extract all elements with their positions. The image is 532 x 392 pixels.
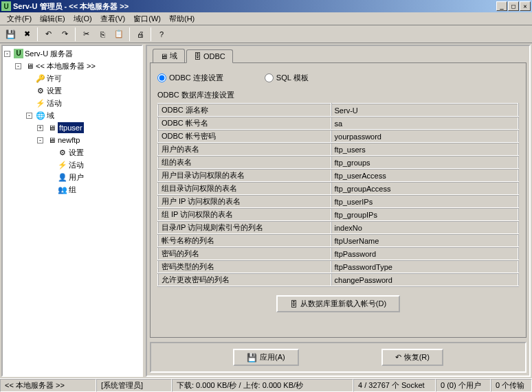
property-row: 用户的表名ftp_users — [158, 143, 518, 156]
monitor-icon — [25, 61, 34, 71]
user-icon — [58, 172, 67, 182]
property-value[interactable]: changePassword — [331, 273, 518, 286]
toolbar-delete-icon[interactable]: ✖ — [19, 27, 34, 42]
tab-odbc[interactable]: ODBC — [186, 49, 233, 63]
property-row: 用户 IP 访问权限的表名ftp_userIPs — [158, 195, 518, 208]
menu-window[interactable]: 窗口(W) — [129, 13, 165, 25]
gear-icon — [36, 86, 45, 95]
property-value[interactable]: indexNo — [331, 221, 518, 234]
property-value[interactable]: ftp_userIPs — [331, 195, 518, 208]
toolbar-help-icon[interactable]: ? — [154, 27, 169, 42]
app-icon: U — [1, 1, 11, 11]
expander-icon[interactable]: - — [26, 113, 32, 119]
property-value[interactable]: ftpUserName — [331, 234, 518, 247]
property-key[interactable]: 组 IP 访问权限的表名 — [158, 208, 331, 221]
property-value[interactable]: ftp_users — [331, 143, 518, 156]
monitor-icon — [47, 123, 56, 132]
property-key[interactable]: 组的表名 — [158, 156, 331, 169]
save-icon — [247, 353, 257, 362]
tree-domains[interactable]: 域 — [47, 110, 54, 121]
property-row: 密码类型的列名ftpPasswordType — [158, 260, 518, 273]
property-value[interactable]: ftp_groups — [331, 156, 518, 169]
menu-file[interactable]: 文件(F) — [3, 13, 36, 25]
server-tree[interactable]: -Serv-U 服务器 -<< 本地服务器 >> 许可 设置 活动 -域 — [4, 47, 140, 196]
property-key[interactable]: 帐号名称的列名 — [158, 234, 331, 247]
tree-local[interactable]: << 本地服务器 >> — [36, 60, 96, 71]
expander-icon[interactable]: - — [4, 51, 10, 57]
database-icon — [290, 300, 298, 308]
tree-d2-activity[interactable]: 活动 — [69, 159, 84, 170]
property-key[interactable]: ODBC 帐号密码 — [158, 130, 331, 143]
property-row: 用户目录访问权限的表名ftp_userAccess — [158, 169, 518, 182]
toolbar-paste-icon[interactable]: 📋 — [111, 27, 126, 42]
apply-button[interactable]: 应用(A) — [233, 349, 299, 366]
property-row: ODBC 帐号名sa — [158, 117, 518, 130]
menu-view[interactable]: 查看(V) — [96, 13, 130, 25]
property-value[interactable]: Serv-U — [331, 104, 518, 117]
property-value[interactable]: ftpPassword — [331, 247, 518, 260]
close-button[interactable]: ✕ — [520, 1, 531, 11]
title-bar: U Serv-U 管理员 - << 本地服务器 >> _ □ ✕ — [0, 0, 532, 12]
property-row: 帐号名称的列名ftpUserName — [158, 234, 518, 247]
bolt-icon — [36, 98, 45, 108]
property-key[interactable]: 密码类型的列名 — [158, 260, 331, 273]
property-key[interactable]: 用户 IP 访问权限的表名 — [158, 195, 331, 208]
property-key[interactable]: 目录/IP 访问规则索引号的列名 — [158, 221, 331, 234]
property-row: 密码的列名ftpPassword — [158, 247, 518, 260]
property-value[interactable]: yourpassword — [331, 130, 518, 143]
tree-perm[interactable]: 许可 — [47, 73, 62, 84]
tab-domain[interactable]: 域 — [153, 49, 185, 62]
tree-newftp[interactable]: newftp — [58, 135, 80, 146]
tree-pane: -Serv-U 服务器 -<< 本地服务器 >> 许可 设置 活动 -域 — [1, 45, 143, 377]
property-value[interactable]: ftp_groupAccess — [331, 182, 518, 195]
menu-help[interactable]: 帮助(H) — [165, 13, 199, 25]
property-value[interactable]: ftp_groupIPs — [331, 208, 518, 221]
tree-activity[interactable]: 活动 — [47, 97, 62, 108]
expander-icon[interactable]: - — [37, 137, 43, 143]
tree-d2-groups[interactable]: 组 — [69, 184, 76, 195]
right-pane: 域 ODBC ODBC 连接设置 SQL 模板 ODBC 数据库连接设置 ODB… — [146, 45, 531, 377]
tree-d2-settings[interactable]: 设置 — [69, 147, 84, 158]
tree-root[interactable]: Serv-U 服务器 — [25, 48, 73, 59]
property-row: 组目录访问权限的表名ftp_groupAccess — [158, 182, 518, 195]
toolbar-redo-icon[interactable]: ↷ — [57, 27, 72, 42]
status-bar: << 本地服务器 >> [系统管理员] 下载: 0.000 KB/秒 / 上传:… — [0, 378, 532, 392]
property-key[interactable]: 允许更改密码的列名 — [158, 273, 331, 286]
radio-sql[interactable]: SQL 模板 — [265, 73, 309, 83]
status-sockets: 4 / 32767 个 Socket — [353, 379, 436, 392]
tree-ftpuser[interactable]: ftpuser — [58, 122, 84, 133]
minimize-button[interactable]: _ — [496, 1, 507, 11]
property-value[interactable]: ftp_userAccess — [331, 169, 518, 182]
toolbar-cut-icon[interactable]: ✂ — [78, 27, 93, 42]
property-row: 组 IP 访问权限的表名ftp_groupIPs — [158, 208, 518, 221]
reload-button[interactable]: 从数据库重新载入帐号(D) — [276, 295, 400, 312]
expander-icon[interactable]: - — [15, 63, 21, 69]
property-value[interactable]: ftpPasswordType — [331, 260, 518, 273]
property-row: 目录/IP 访问规则索引号的列名indexNo — [158, 221, 518, 234]
status-users: 0 (0) 个用户 — [436, 379, 491, 392]
bolt-icon — [58, 160, 67, 170]
property-key[interactable]: ODBC 帐号名 — [158, 117, 331, 130]
expander-icon[interactable]: + — [37, 125, 43, 131]
restore-button[interactable]: ↶ 恢复(R) — [381, 349, 443, 366]
toolbar-undo-icon[interactable]: ↶ — [41, 27, 56, 42]
radio-odbc[interactable]: ODBC 连接设置 — [157, 73, 223, 83]
status-server: << 本地服务器 >> — [0, 379, 96, 392]
property-key[interactable]: 用户目录访问权限的表名 — [158, 169, 331, 182]
key-icon — [36, 73, 45, 83]
toolbar-print-icon[interactable]: 🖨 — [133, 27, 148, 42]
property-key[interactable]: ODBC 源名称 — [158, 104, 331, 117]
property-key[interactable]: 密码的列名 — [158, 247, 331, 260]
menu-bar: 文件(F) 编辑(E) 域(O) 查看(V) 窗口(W) 帮助(H) — [0, 12, 532, 25]
property-key[interactable]: 用户的表名 — [158, 143, 331, 156]
property-value[interactable]: sa — [331, 117, 518, 130]
status-role: [系统管理员] — [96, 379, 172, 392]
tree-d2-users[interactable]: 用户 — [69, 172, 84, 183]
menu-edit[interactable]: 编辑(E) — [36, 13, 69, 25]
toolbar-save-icon[interactable] — [3, 27, 18, 42]
toolbar-copy-icon[interactable]: ⎘ — [95, 27, 110, 42]
tree-settings[interactable]: 设置 — [47, 85, 62, 96]
menu-domain[interactable]: 域(O) — [69, 13, 96, 25]
property-key[interactable]: 组目录访问权限的表名 — [158, 182, 331, 195]
maximize-button[interactable]: □ — [508, 1, 519, 11]
